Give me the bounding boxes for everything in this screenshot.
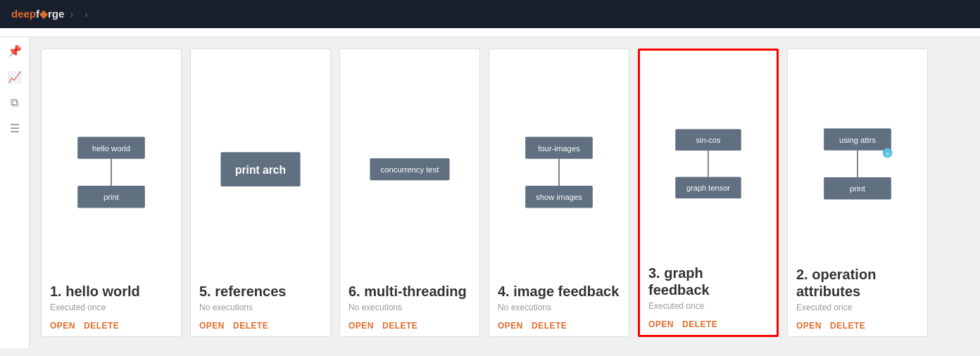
open-button[interactable]: OPEN bbox=[348, 321, 374, 331]
open-button[interactable]: OPEN bbox=[199, 321, 225, 331]
card-title: 5. references bbox=[199, 283, 322, 300]
card-image-feedback: four-images show images 4. image feedbac… bbox=[489, 49, 629, 337]
card-actions: OPENDELETE bbox=[348, 318, 471, 331]
delete-button[interactable]: DELETE bbox=[532, 321, 567, 331]
card-title: 2. operation attributes bbox=[796, 266, 919, 300]
graph-area: print arch bbox=[199, 58, 322, 277]
graph-area: hello world print bbox=[50, 58, 172, 277]
graph-area: sin-cos graph tensor bbox=[648, 59, 768, 259]
graph-area: using attrs s print bbox=[796, 58, 919, 260]
card-actions: OPENDELETE bbox=[796, 318, 919, 331]
sub-nav bbox=[0, 28, 980, 37]
card-status: Executed once bbox=[796, 303, 919, 312]
card-title: 6. multi-threading bbox=[348, 283, 471, 300]
card-actions: OPENDELETE bbox=[648, 317, 768, 329]
card-status: Executed once bbox=[50, 303, 172, 312]
svg-text:print: print bbox=[850, 184, 866, 193]
card-status: Executed once bbox=[648, 301, 768, 311]
sidebar: 📌 📈 ⧉ ☰ bbox=[0, 37, 30, 348]
card-title: 1. hello world bbox=[50, 283, 172, 300]
top-nav: deepf◆rge › › bbox=[0, 0, 980, 28]
svg-text:four-images: four-images bbox=[538, 144, 580, 153]
card-title: 3. graph feedback bbox=[648, 265, 768, 298]
card-hello-world: hello world print 1. hello worldExecuted… bbox=[41, 49, 182, 337]
card-actions: OPENDELETE bbox=[498, 318, 620, 331]
layers-icon[interactable]: ⧉ bbox=[11, 96, 18, 109]
svg-text:print arch: print arch bbox=[235, 164, 286, 176]
card-actions: OPENDELETE bbox=[50, 318, 172, 331]
card-graph-feedback: sin-cos graph tensor 3. graph feedbackEx… bbox=[638, 49, 779, 337]
open-button[interactable]: OPEN bbox=[498, 321, 523, 331]
card-status: No executions bbox=[498, 303, 620, 312]
svg-text:hello world: hello world bbox=[92, 144, 130, 153]
card-multi-threading: concurrency test 6. multi-threadingNo ex… bbox=[339, 49, 480, 337]
card-title: 4. image feedback bbox=[498, 283, 620, 300]
main-content: hello world print 1. hello worldExecuted… bbox=[30, 37, 980, 348]
svg-text:graph tensor: graph tensor bbox=[686, 184, 730, 192]
delete-button[interactable]: DELETE bbox=[233, 321, 268, 331]
card-status: No executions bbox=[199, 303, 322, 312]
chart-icon[interactable]: 📈 bbox=[8, 70, 22, 84]
svg-text:using attrs: using attrs bbox=[839, 136, 876, 144]
delete-button[interactable]: DELETE bbox=[682, 319, 717, 329]
graph-area: four-images show images bbox=[498, 58, 620, 277]
card-status: No executions bbox=[348, 303, 471, 312]
svg-text:show images: show images bbox=[536, 193, 582, 201]
open-button[interactable]: OPEN bbox=[796, 321, 822, 331]
open-button[interactable]: OPEN bbox=[50, 321, 75, 331]
card-references: print arch 5. referencesNo executionsOPE… bbox=[190, 49, 331, 337]
delete-button[interactable]: DELETE bbox=[382, 321, 417, 331]
card-actions: OPENDELETE bbox=[199, 318, 322, 331]
bookmark-icon[interactable]: ☰ bbox=[10, 122, 20, 135]
card-operation-attributes: using attrs s print 2. operation attribu… bbox=[787, 49, 928, 337]
brand-logo: deepf◆rge bbox=[11, 8, 64, 20]
svg-text:sin-cos: sin-cos bbox=[696, 136, 721, 144]
svg-text:print: print bbox=[103, 193, 120, 201]
delete-button[interactable]: DELETE bbox=[84, 321, 119, 331]
open-button[interactable]: OPEN bbox=[648, 319, 674, 329]
svg-text:concurrency test: concurrency test bbox=[381, 165, 440, 174]
delete-button[interactable]: DELETE bbox=[830, 321, 865, 331]
nav-separator-2: › bbox=[84, 8, 88, 20]
pin-icon[interactable]: 📌 bbox=[8, 44, 22, 58]
svg-text:s: s bbox=[886, 151, 889, 157]
nav-separator-1: › bbox=[70, 8, 73, 20]
graph-area: concurrency test bbox=[348, 58, 471, 277]
